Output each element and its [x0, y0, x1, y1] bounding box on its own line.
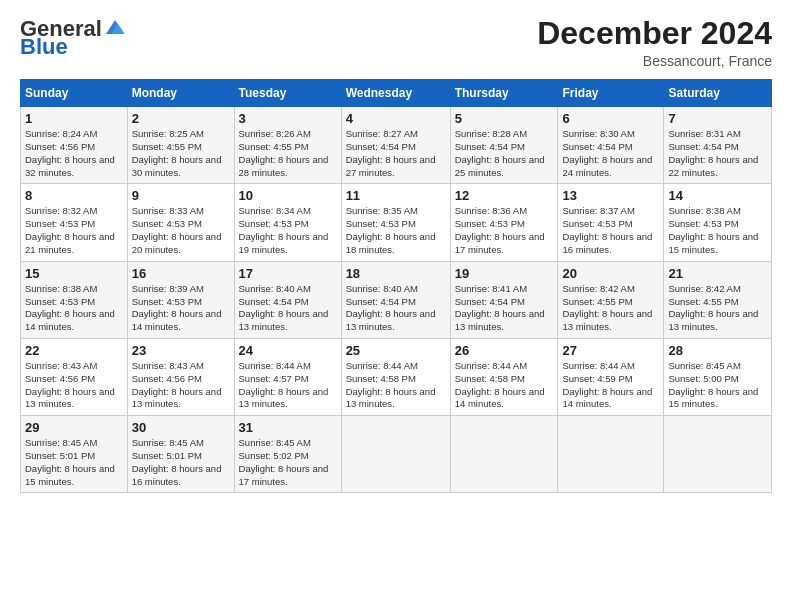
table-row: 6 Sunrise: 8:30 AMSunset: 4:54 PMDayligh…	[558, 107, 664, 184]
table-row: 1 Sunrise: 8:24 AMSunset: 4:56 PMDayligh…	[21, 107, 128, 184]
day-info: Sunrise: 8:38 AMSunset: 4:53 PMDaylight:…	[668, 205, 758, 254]
day-info: Sunrise: 8:42 AMSunset: 4:55 PMDaylight:…	[562, 283, 652, 332]
col-sunday: Sunday	[21, 80, 128, 107]
table-row: 2 Sunrise: 8:25 AMSunset: 4:55 PMDayligh…	[127, 107, 234, 184]
day-number: 11	[346, 188, 446, 203]
day-info: Sunrise: 8:45 AMSunset: 5:01 PMDaylight:…	[132, 437, 222, 486]
day-info: Sunrise: 8:44 AMSunset: 4:59 PMDaylight:…	[562, 360, 652, 409]
day-info: Sunrise: 8:27 AMSunset: 4:54 PMDaylight:…	[346, 128, 436, 177]
day-info: Sunrise: 8:40 AMSunset: 4:54 PMDaylight:…	[346, 283, 436, 332]
day-number: 30	[132, 420, 230, 435]
day-number: 27	[562, 343, 659, 358]
day-number: 13	[562, 188, 659, 203]
table-row: 20 Sunrise: 8:42 AMSunset: 4:55 PMDaylig…	[558, 261, 664, 338]
table-row: 9 Sunrise: 8:33 AMSunset: 4:53 PMDayligh…	[127, 184, 234, 261]
day-number: 8	[25, 188, 123, 203]
day-info: Sunrise: 8:31 AMSunset: 4:54 PMDaylight:…	[668, 128, 758, 177]
table-row: 29 Sunrise: 8:45 AMSunset: 5:01 PMDaylig…	[21, 416, 128, 493]
day-number: 3	[239, 111, 337, 126]
day-number: 15	[25, 266, 123, 281]
col-saturday: Saturday	[664, 80, 772, 107]
day-number: 2	[132, 111, 230, 126]
day-number: 7	[668, 111, 767, 126]
table-row: 22 Sunrise: 8:43 AMSunset: 4:56 PMDaylig…	[21, 338, 128, 415]
day-number: 6	[562, 111, 659, 126]
table-row: 28 Sunrise: 8:45 AMSunset: 5:00 PMDaylig…	[664, 338, 772, 415]
table-row: 18 Sunrise: 8:40 AMSunset: 4:54 PMDaylig…	[341, 261, 450, 338]
table-row: 25 Sunrise: 8:44 AMSunset: 4:58 PMDaylig…	[341, 338, 450, 415]
calendar-week-row: 15 Sunrise: 8:38 AMSunset: 4:53 PMDaylig…	[21, 261, 772, 338]
day-info: Sunrise: 8:45 AMSunset: 5:00 PMDaylight:…	[668, 360, 758, 409]
table-row	[664, 416, 772, 493]
col-tuesday: Tuesday	[234, 80, 341, 107]
day-info: Sunrise: 8:44 AMSunset: 4:58 PMDaylight:…	[455, 360, 545, 409]
col-friday: Friday	[558, 80, 664, 107]
table-row: 7 Sunrise: 8:31 AMSunset: 4:54 PMDayligh…	[664, 107, 772, 184]
calendar-week-row: 29 Sunrise: 8:45 AMSunset: 5:01 PMDaylig…	[21, 416, 772, 493]
day-number: 25	[346, 343, 446, 358]
table-row: 5 Sunrise: 8:28 AMSunset: 4:54 PMDayligh…	[450, 107, 558, 184]
table-row: 12 Sunrise: 8:36 AMSunset: 4:53 PMDaylig…	[450, 184, 558, 261]
day-info: Sunrise: 8:34 AMSunset: 4:53 PMDaylight:…	[239, 205, 329, 254]
table-row: 14 Sunrise: 8:38 AMSunset: 4:53 PMDaylig…	[664, 184, 772, 261]
day-number: 17	[239, 266, 337, 281]
day-number: 28	[668, 343, 767, 358]
table-row: 3 Sunrise: 8:26 AMSunset: 4:55 PMDayligh…	[234, 107, 341, 184]
day-info: Sunrise: 8:32 AMSunset: 4:53 PMDaylight:…	[25, 205, 115, 254]
day-info: Sunrise: 8:25 AMSunset: 4:55 PMDaylight:…	[132, 128, 222, 177]
table-row: 19 Sunrise: 8:41 AMSunset: 4:54 PMDaylig…	[450, 261, 558, 338]
header: General Blue December 2024 Bessancourt, …	[20, 16, 772, 69]
calendar-week-row: 1 Sunrise: 8:24 AMSunset: 4:56 PMDayligh…	[21, 107, 772, 184]
month-title: December 2024	[537, 16, 772, 51]
logo: General Blue	[20, 16, 126, 60]
day-number: 4	[346, 111, 446, 126]
day-info: Sunrise: 8:33 AMSunset: 4:53 PMDaylight:…	[132, 205, 222, 254]
location: Bessancourt, France	[537, 53, 772, 69]
table-row	[450, 416, 558, 493]
day-info: Sunrise: 8:44 AMSunset: 4:57 PMDaylight:…	[239, 360, 329, 409]
day-info: Sunrise: 8:26 AMSunset: 4:55 PMDaylight:…	[239, 128, 329, 177]
day-info: Sunrise: 8:38 AMSunset: 4:53 PMDaylight:…	[25, 283, 115, 332]
day-info: Sunrise: 8:35 AMSunset: 4:53 PMDaylight:…	[346, 205, 436, 254]
logo-blue-text: Blue	[20, 34, 68, 59]
table-row: 26 Sunrise: 8:44 AMSunset: 4:58 PMDaylig…	[450, 338, 558, 415]
table-row: 27 Sunrise: 8:44 AMSunset: 4:59 PMDaylig…	[558, 338, 664, 415]
day-info: Sunrise: 8:30 AMSunset: 4:54 PMDaylight:…	[562, 128, 652, 177]
day-info: Sunrise: 8:44 AMSunset: 4:58 PMDaylight:…	[346, 360, 436, 409]
day-number: 5	[455, 111, 554, 126]
table-row	[341, 416, 450, 493]
day-number: 10	[239, 188, 337, 203]
table-row: 30 Sunrise: 8:45 AMSunset: 5:01 PMDaylig…	[127, 416, 234, 493]
page: General Blue December 2024 Bessancourt, …	[0, 0, 792, 612]
table-row: 11 Sunrise: 8:35 AMSunset: 4:53 PMDaylig…	[341, 184, 450, 261]
day-info: Sunrise: 8:36 AMSunset: 4:53 PMDaylight:…	[455, 205, 545, 254]
day-info: Sunrise: 8:43 AMSunset: 4:56 PMDaylight:…	[25, 360, 115, 409]
table-row: 15 Sunrise: 8:38 AMSunset: 4:53 PMDaylig…	[21, 261, 128, 338]
table-row: 16 Sunrise: 8:39 AMSunset: 4:53 PMDaylig…	[127, 261, 234, 338]
day-info: Sunrise: 8:24 AMSunset: 4:56 PMDaylight:…	[25, 128, 115, 177]
table-row: 21 Sunrise: 8:42 AMSunset: 4:55 PMDaylig…	[664, 261, 772, 338]
day-number: 20	[562, 266, 659, 281]
col-monday: Monday	[127, 80, 234, 107]
day-number: 14	[668, 188, 767, 203]
col-thursday: Thursday	[450, 80, 558, 107]
table-row: 24 Sunrise: 8:44 AMSunset: 4:57 PMDaylig…	[234, 338, 341, 415]
logo-icon	[104, 18, 126, 36]
table-row: 23 Sunrise: 8:43 AMSunset: 4:56 PMDaylig…	[127, 338, 234, 415]
calendar-header-row: Sunday Monday Tuesday Wednesday Thursday…	[21, 80, 772, 107]
day-info: Sunrise: 8:42 AMSunset: 4:55 PMDaylight:…	[668, 283, 758, 332]
day-info: Sunrise: 8:39 AMSunset: 4:53 PMDaylight:…	[132, 283, 222, 332]
day-info: Sunrise: 8:40 AMSunset: 4:54 PMDaylight:…	[239, 283, 329, 332]
table-row: 31 Sunrise: 8:45 AMSunset: 5:02 PMDaylig…	[234, 416, 341, 493]
day-number: 23	[132, 343, 230, 358]
day-info: Sunrise: 8:45 AMSunset: 5:01 PMDaylight:…	[25, 437, 115, 486]
table-row: 8 Sunrise: 8:32 AMSunset: 4:53 PMDayligh…	[21, 184, 128, 261]
day-number: 19	[455, 266, 554, 281]
day-number: 22	[25, 343, 123, 358]
table-row: 13 Sunrise: 8:37 AMSunset: 4:53 PMDaylig…	[558, 184, 664, 261]
day-number: 21	[668, 266, 767, 281]
day-info: Sunrise: 8:37 AMSunset: 4:53 PMDaylight:…	[562, 205, 652, 254]
day-number: 16	[132, 266, 230, 281]
day-info: Sunrise: 8:41 AMSunset: 4:54 PMDaylight:…	[455, 283, 545, 332]
table-row	[558, 416, 664, 493]
